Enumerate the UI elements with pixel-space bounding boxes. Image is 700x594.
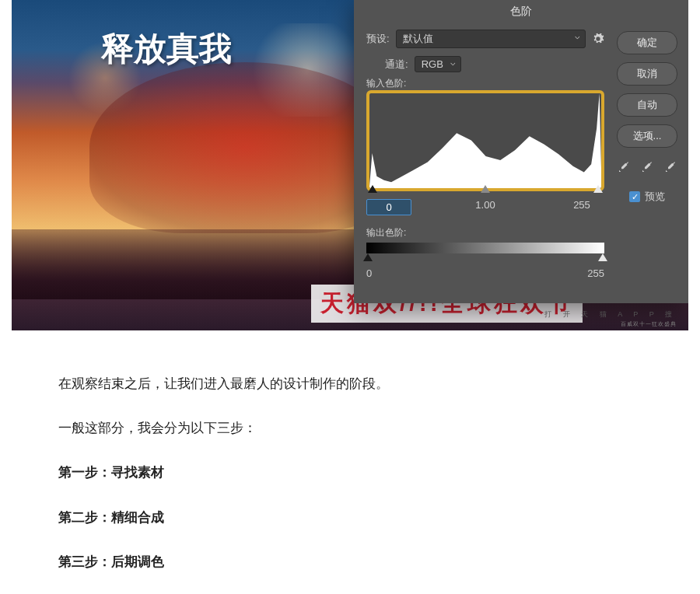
auto-button[interactable]: 自动: [617, 93, 677, 117]
output-levels-label: 输出色阶:: [366, 226, 604, 239]
output-slider-track[interactable]: [366, 253, 604, 264]
sub-caption-1: 打 开 天 猫 A P P 搜: [544, 309, 677, 320]
output-white-field[interactable]: 255: [559, 267, 604, 279]
preset-row: 预设: 默认值: [366, 30, 604, 48]
eyedropper-white-icon[interactable]: [663, 160, 677, 174]
levels-dialog: 色阶 预设: 默认值 通道: RGB 输入色阶:: [354, 0, 688, 303]
input-mid-field[interactable]: 1.00: [463, 199, 508, 215]
article-paragraph-1: 在观察结束之后，让我们进入最磨人的设计制作的阶段。: [58, 373, 642, 394]
black-point-slider[interactable]: [368, 185, 377, 193]
channel-label: 通道:: [385, 58, 408, 72]
histogram-box: [366, 90, 604, 191]
dialog-left-column: 预设: 默认值 通道: RGB 输入色阶:: [366, 30, 604, 279]
eyedropper-gray-icon[interactable]: [640, 160, 654, 174]
dialog-body: 预设: 默认值 通道: RGB 输入色阶:: [354, 23, 688, 288]
sub-caption-2: 百威双十一狂欢盛典: [621, 320, 677, 328]
output-block: 输出色阶: 0 255: [366, 226, 604, 279]
input-levels-label: 输入色阶:: [366, 77, 604, 90]
article-body: 在观察结束之后，让我们进入最磨人的设计制作的阶段。 一般这部分，我会分为以下三步…: [0, 330, 700, 594]
channel-value: RGB: [422, 58, 443, 70]
preset-value: 默认值: [403, 33, 433, 44]
channel-select[interactable]: RGB: [415, 56, 461, 72]
dialog-right-column: 确定 取消 自动 选项... ✓ 预览: [615, 30, 679, 279]
white-point-slider[interactable]: [593, 185, 603, 193]
eyedropper-black-icon[interactable]: [617, 160, 631, 174]
input-slider-track[interactable]: [366, 185, 604, 196]
preset-select[interactable]: 默认值: [396, 30, 586, 48]
preset-label: 预设:: [366, 32, 390, 46]
article-paragraph-2: 一般这部分，我会分为以下三步：: [58, 418, 642, 439]
input-black-field[interactable]: [366, 199, 411, 215]
article-step-1: 第一步：寻找素材: [58, 462, 642, 483]
eyedropper-group: [617, 160, 677, 174]
options-button[interactable]: 选项...: [617, 124, 677, 148]
preview-label: 预览: [645, 190, 665, 204]
cancel-button[interactable]: 取消: [617, 62, 677, 86]
screenshot-area: 释放真我 天猫双//!!全球狂欢节 打 开 天 猫 A P P 搜 百威双十一狂…: [12, 0, 688, 330]
article-step-3: 第三步：后期调色: [58, 551, 642, 572]
channel-row: 通道: RGB: [385, 56, 604, 72]
ok-button[interactable]: 确定: [617, 31, 677, 54]
mid-point-slider[interactable]: [481, 185, 490, 193]
output-black-field[interactable]: 0: [366, 267, 411, 279]
slogan-text: 释放真我: [101, 27, 232, 71]
article-step-2: 第二步：精细合成: [58, 507, 642, 528]
output-black-slider[interactable]: [363, 253, 373, 261]
output-values-row: 0 255: [366, 267, 604, 279]
preview-checkbox[interactable]: ✓: [629, 191, 640, 202]
preview-row[interactable]: ✓ 预览: [629, 190, 665, 204]
dialog-title: 色阶: [354, 0, 688, 23]
output-gradient: [366, 243, 604, 253]
output-white-slider[interactable]: [598, 253, 607, 261]
input-white-field[interactable]: 255: [559, 199, 604, 215]
gear-icon[interactable]: [592, 33, 604, 45]
histogram-chart: [369, 93, 601, 188]
input-values-row: 1.00 255: [366, 199, 604, 215]
